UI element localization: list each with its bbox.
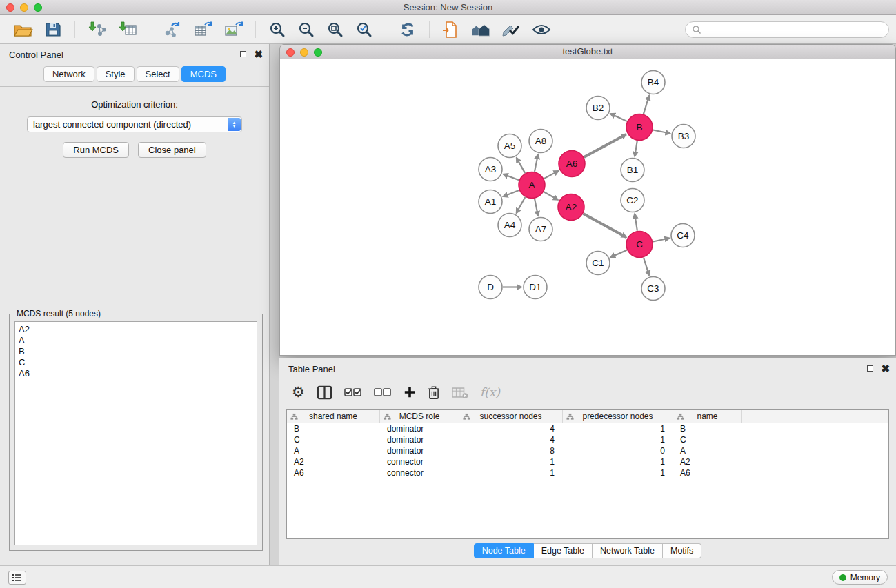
float-table-panel-icon[interactable] <box>867 365 873 372</box>
edge-B-B3[interactable] <box>653 130 670 134</box>
table-settings-button[interactable]: ⚙ <box>292 385 305 400</box>
run-mcds-button[interactable]: Run MCDS <box>63 142 129 158</box>
export-table-button[interactable] <box>190 18 215 41</box>
search-box[interactable] <box>685 21 889 38</box>
edge-C-C4[interactable] <box>653 239 670 242</box>
mcds-result-item[interactable]: C <box>19 357 253 368</box>
tab-network[interactable]: Network <box>43 66 94 82</box>
table-row[interactable]: Cdominator41C <box>287 434 888 445</box>
validate-style-button[interactable] <box>499 18 524 41</box>
table-row[interactable]: A2connector11A2 <box>287 456 888 467</box>
search-input[interactable] <box>705 25 882 34</box>
export-image-button[interactable] <box>221 18 246 41</box>
node-A8[interactable]: A8 <box>529 130 552 153</box>
open-document-button[interactable] <box>439 18 461 41</box>
add-column-button[interactable] <box>404 386 416 398</box>
minimize-window-button[interactable] <box>20 3 28 12</box>
node-C3[interactable]: C3 <box>641 277 665 301</box>
open-session-button[interactable] <box>10 18 36 41</box>
tab-motifs[interactable]: Motifs <box>663 543 701 558</box>
node-A6[interactable]: A6 <box>559 151 585 177</box>
node-A3[interactable]: A3 <box>479 158 502 181</box>
network-overview-button[interactable] <box>467 18 493 41</box>
network-close-button[interactable] <box>286 48 295 57</box>
node-D1[interactable]: D1 <box>524 276 547 299</box>
edge-A-A6[interactable] <box>544 171 559 179</box>
zoom-selected-button[interactable] <box>352 18 376 41</box>
node-B3[interactable]: B3 <box>672 125 695 148</box>
delete-table-button[interactable] <box>452 386 468 399</box>
edge-C-C1[interactable] <box>610 250 627 258</box>
edge-A-A8[interactable] <box>535 154 538 172</box>
close-table-panel-icon[interactable]: ✖ <box>881 365 890 372</box>
apply-layout-button[interactable] <box>396 18 419 41</box>
task-history-button[interactable] <box>8 571 26 585</box>
network-canvas[interactable]: AA1A2A3A4A5A6A7A8BB1B2B3B4CC1C2C3C4DD1 <box>279 59 896 356</box>
mcds-result-item[interactable]: A6 <box>19 368 253 379</box>
node-A[interactable]: A <box>519 172 545 199</box>
tab-style[interactable]: Style <box>97 66 135 82</box>
edge-A-A1[interactable] <box>504 190 519 196</box>
node-B2[interactable]: B2 <box>586 97 610 120</box>
column-header-name[interactable]: name <box>673 410 742 423</box>
function-builder-button[interactable]: f(x) <box>480 385 500 399</box>
select-all-button[interactable] <box>344 387 362 397</box>
tab-network-table[interactable]: Network Table <box>593 543 663 558</box>
zoom-window-button[interactable] <box>34 3 42 12</box>
float-panel-icon[interactable] <box>240 51 246 57</box>
zoom-in-button[interactable] <box>266 18 289 41</box>
node-C2[interactable]: C2 <box>621 189 644 212</box>
network-minimize-button[interactable] <box>300 48 308 57</box>
delete-column-button[interactable] <box>428 385 440 400</box>
node-A5[interactable]: A5 <box>498 134 521 158</box>
node-B4[interactable]: B4 <box>641 71 665 94</box>
export-network-button[interactable] <box>160 18 185 41</box>
mcds-result-item[interactable]: A <box>19 335 253 346</box>
edge-B-B1[interactable] <box>635 141 637 156</box>
show-graphics-details-button[interactable] <box>529 18 554 41</box>
edge-C-C3[interactable] <box>644 258 649 276</box>
close-window-button[interactable] <box>6 3 14 12</box>
edge-A-A3[interactable] <box>504 174 519 181</box>
column-header-predecessor-nodes[interactable]: predecessor nodes <box>563 410 673 423</box>
show-columns-button[interactable] <box>317 385 332 400</box>
edge-A2-C[interactable] <box>584 214 626 237</box>
edge-A-A2[interactable] <box>544 192 557 199</box>
memory-button[interactable]: Memory <box>832 570 888 585</box>
node-D[interactable]: D <box>479 276 502 299</box>
column-header-mcds-role[interactable]: MCDS role <box>380 410 459 423</box>
import-table-button[interactable] <box>115 18 140 41</box>
edge-B-B4[interactable] <box>644 96 649 114</box>
deselect-all-button[interactable] <box>374 387 392 397</box>
edge-A-A4[interactable] <box>517 197 526 213</box>
network-zoom-button[interactable] <box>314 48 322 57</box>
table-row[interactable]: Bdominator41B <box>287 423 888 434</box>
close-panel-button[interactable]: Close panel <box>138 142 206 158</box>
mcds-result-list[interactable]: A2ABCA6 <box>14 321 257 545</box>
node-A7[interactable]: A7 <box>529 218 552 241</box>
node-C[interactable]: C <box>626 232 653 258</box>
mcds-result-item[interactable]: B <box>19 346 253 357</box>
node-B[interactable]: B <box>626 114 653 141</box>
edge-C-C2[interactable] <box>635 214 637 230</box>
node-A2[interactable]: A2 <box>558 194 584 221</box>
table-row[interactable]: Adominator80A <box>287 445 888 456</box>
table-row[interactable]: A6connector11A6 <box>287 467 888 478</box>
node-C1[interactable]: C1 <box>586 252 610 275</box>
node-A1[interactable]: A1 <box>479 190 502 214</box>
column-header-successor-nodes[interactable]: successor nodes <box>459 410 563 423</box>
network-graph[interactable]: AA1A2A3A4A5A6A7A8BB1B2B3B4CC1C2C3C4DD1 <box>280 59 895 355</box>
edge-A-A5[interactable] <box>517 158 525 173</box>
tab-edge-table[interactable]: Edge Table <box>534 543 593 558</box>
node-A4[interactable]: A4 <box>498 214 521 237</box>
zoom-fit-button[interactable] <box>323 18 347 41</box>
close-panel-icon[interactable]: ✖ <box>254 50 263 58</box>
tab-node-table[interactable]: Node Table <box>474 543 534 558</box>
zoom-out-button[interactable] <box>295 18 318 41</box>
node-C4[interactable]: C4 <box>671 224 695 247</box>
import-network-button[interactable] <box>85 18 110 41</box>
edge-A-A7[interactable] <box>535 199 538 216</box>
column-header-shared-name[interactable]: shared name <box>287 410 380 423</box>
tab-mcds[interactable]: MCDS <box>181 66 226 82</box>
edge-A6-B[interactable] <box>584 134 626 157</box>
